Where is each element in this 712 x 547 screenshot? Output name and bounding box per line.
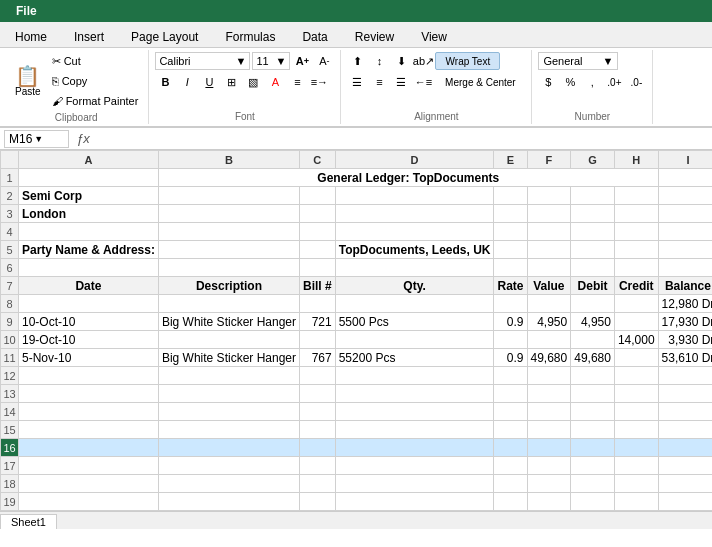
cell-d7[interactable]: Qty. (335, 277, 494, 295)
cell-b11[interactable]: Big White Sticker Hanger (158, 349, 299, 367)
cell-a11[interactable]: 5-Nov-10 (19, 349, 159, 367)
increase-font-button[interactable]: A+ (292, 52, 312, 70)
cell-h2[interactable] (614, 187, 658, 205)
cell-f3[interactable] (527, 205, 571, 223)
cell-i10[interactable]: 3,930 Dr (658, 331, 712, 349)
cell-c10[interactable] (300, 331, 336, 349)
align-top-button[interactable]: ⬆ (347, 52, 367, 70)
cell-f6[interactable] (527, 259, 571, 277)
cell-e5[interactable] (494, 241, 527, 259)
tab-data[interactable]: Data (289, 25, 340, 47)
cell-i11[interactable]: 53,610 Dr (658, 349, 712, 367)
cell-a10[interactable]: 19-Oct-10 (19, 331, 159, 349)
cell-g11[interactable]: 49,680 (571, 349, 615, 367)
cell-h3[interactable] (614, 205, 658, 223)
row-header-15[interactable]: 15 (1, 421, 19, 439)
font-name-dropdown[interactable]: Calibri ▼ (155, 52, 250, 70)
decrease-indent-button[interactable]: ←≡ (413, 73, 433, 91)
cell-i4[interactable] (658, 223, 712, 241)
cell-i7[interactable]: Balance (658, 277, 712, 295)
cell-c4[interactable] (300, 223, 336, 241)
cell-f5[interactable] (527, 241, 571, 259)
row-header-11[interactable]: 11 (1, 349, 19, 367)
cell-g9[interactable]: 4,950 (571, 313, 615, 331)
cell-g7[interactable]: Debit (571, 277, 615, 295)
row-header-4[interactable]: 4 (1, 223, 19, 241)
col-header-g[interactable]: G (571, 151, 615, 169)
cell-i6[interactable] (658, 259, 712, 277)
cell-a12[interactable] (19, 367, 159, 385)
row-header-6[interactable]: 6 (1, 259, 19, 277)
cell-e10[interactable] (494, 331, 527, 349)
align-right-button[interactable]: ☰ (391, 73, 411, 91)
border-button[interactable]: ⊞ (221, 73, 241, 91)
cell-d9[interactable]: 5500 Pcs (335, 313, 494, 331)
cell-d5[interactable]: TopDocuments, Leeds, UK (335, 241, 494, 259)
italic-button[interactable]: I (177, 73, 197, 91)
align-bottom-button[interactable]: ⬇ (391, 52, 411, 70)
cell-a2[interactable]: Semi Corp (19, 187, 159, 205)
cell-f9[interactable]: 4,950 (527, 313, 571, 331)
cell-i8[interactable]: 12,980 Dr (658, 295, 712, 313)
row-header-7[interactable]: 7 (1, 277, 19, 295)
cell-e4[interactable] (494, 223, 527, 241)
cell-a9[interactable]: 10-Oct-10 (19, 313, 159, 331)
comma-button[interactable]: , (582, 73, 602, 91)
cut-button[interactable]: ✂ Cut (48, 52, 143, 70)
cell-d2[interactable] (335, 187, 494, 205)
cell-e11[interactable]: 0.9 (494, 349, 527, 367)
cell-a4[interactable] (19, 223, 159, 241)
tab-view[interactable]: View (408, 25, 460, 47)
cell-c7[interactable]: Bill # (300, 277, 336, 295)
cell-d11[interactable]: 55200 Pcs (335, 349, 494, 367)
cell-g8[interactable] (571, 295, 615, 313)
cell-b9[interactable]: Big White Sticker Hanger (158, 313, 299, 331)
row-header-19[interactable]: 19 (1, 493, 19, 511)
row-header-14[interactable]: 14 (1, 403, 19, 421)
cell-b2[interactable] (158, 187, 299, 205)
cell-f7[interactable]: Value (527, 277, 571, 295)
cell-h10[interactable]: 14,000 (614, 331, 658, 349)
row-header-1[interactable]: 1 (1, 169, 19, 187)
row-header-5[interactable]: 5 (1, 241, 19, 259)
col-header-i[interactable]: I (658, 151, 712, 169)
row-header-13[interactable]: 13 (1, 385, 19, 403)
cell-a7[interactable]: Date (19, 277, 159, 295)
cell-a3[interactable]: London (19, 205, 159, 223)
row-header-2[interactable]: 2 (1, 187, 19, 205)
cell-f4[interactable] (527, 223, 571, 241)
cell-i1[interactable] (658, 169, 712, 187)
cell-i5[interactable] (658, 241, 712, 259)
strikethrough-button[interactable]: ≡ (287, 73, 307, 91)
cell-a16[interactable] (19, 439, 159, 457)
col-header-a[interactable]: A (19, 151, 159, 169)
currency-button[interactable]: $ (538, 73, 558, 91)
col-header-d[interactable]: D (335, 151, 494, 169)
cell-h11[interactable] (614, 349, 658, 367)
cell-c6[interactable] (300, 259, 336, 277)
cell-b8[interactable] (158, 295, 299, 313)
col-header-e[interactable]: E (494, 151, 527, 169)
cell-b3[interactable] (158, 205, 299, 223)
tab-review[interactable]: Review (342, 25, 407, 47)
cell-b6[interactable] (158, 259, 299, 277)
cell-g5[interactable] (571, 241, 615, 259)
tab-page-layout[interactable]: Page Layout (118, 25, 211, 47)
wrap-text-button active[interactable]: Wrap Text (435, 52, 500, 70)
format-painter-button[interactable]: 🖌 Format Painter (48, 92, 143, 110)
cell-e7[interactable]: Rate (494, 277, 527, 295)
cell-c5[interactable] (300, 241, 336, 259)
cell-c9[interactable]: 721 (300, 313, 336, 331)
row-header-16[interactable]: 16 (1, 439, 19, 457)
cell-d3[interactable] (335, 205, 494, 223)
cell-h8[interactable] (614, 295, 658, 313)
cell-e6[interactable] (494, 259, 527, 277)
row-header-17[interactable]: 17 (1, 457, 19, 475)
row-header-8[interactable]: 8 (1, 295, 19, 313)
bold-button[interactable]: B (155, 73, 175, 91)
cell-h7[interactable]: Credit (614, 277, 658, 295)
font-size-dropdown[interactable]: 11 ▼ (252, 52, 290, 70)
cell-a1[interactable] (19, 169, 159, 187)
cell-f10[interactable] (527, 331, 571, 349)
percent-button[interactable]: % (560, 73, 580, 91)
